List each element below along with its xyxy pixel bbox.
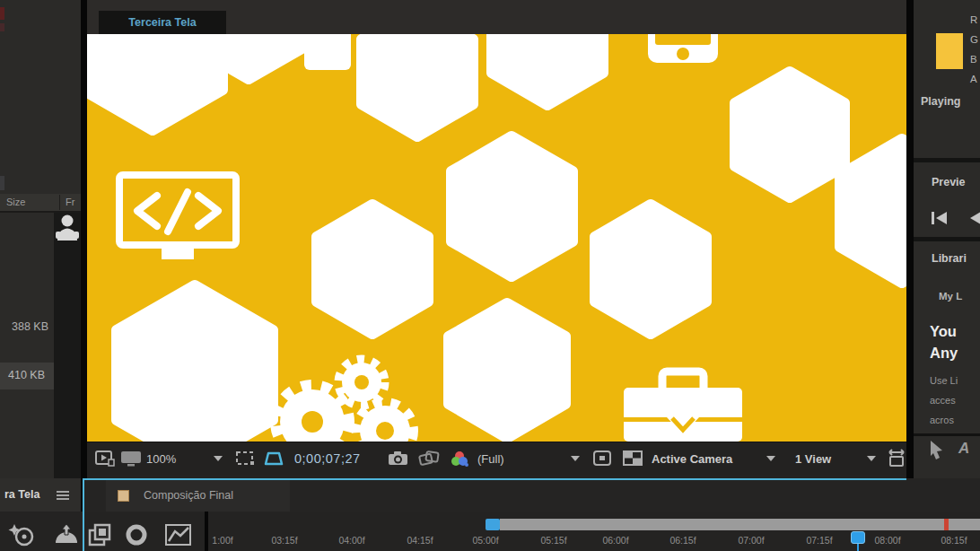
frame-blending-icon[interactable] [7, 523, 36, 547]
always-preview-icon[interactable] [95, 450, 115, 467]
column-divider[interactable] [59, 195, 60, 210]
project-column-header-row: Size Fr [0, 194, 81, 213]
channel-label-b: B [970, 54, 977, 65]
snapshot-camera-icon[interactable] [388, 450, 409, 466]
current-timecode[interactable]: 0;00;07;27 [294, 451, 361, 466]
left-tab-label[interactable]: ra Tela [4, 488, 39, 501]
adobe-stock-letter[interactable]: A [958, 440, 969, 458]
chevron-down-icon[interactable] [766, 456, 775, 461]
transparency-grid-icon[interactable] [623, 450, 643, 466]
panel-divider[interactable] [906, 0, 914, 494]
promo-text-line2: acces [930, 395, 956, 406]
monitor-icon[interactable] [120, 450, 142, 467]
promo-heading-line2: Any [930, 345, 958, 362]
region-of-interest-icon[interactable] [592, 450, 612, 466]
channel-label-a: A [970, 74, 977, 84]
promo-text-line1: Use Li [930, 375, 958, 386]
first-frame-icon[interactable] [930, 210, 949, 226]
tab-terceira-tela-timeline[interactable]: ra Tela [0, 478, 81, 512]
chevron-down-icon[interactable] [571, 456, 580, 461]
right-panel-column: R G B A Playing Previe Librari My L You … [914, 0, 980, 494]
promo-text-line3: acros [930, 415, 954, 427]
project-panel-subcolumn [54, 213, 81, 478]
draft-3d-icon[interactable] [88, 523, 113, 547]
status-playing: Playing [921, 95, 960, 108]
ruler-label: 1:00f [196, 535, 249, 546]
grid-options-icon[interactable] [235, 450, 255, 467]
ruler-label: 03:15f [258, 535, 311, 546]
chevron-down-icon[interactable] [214, 456, 223, 461]
timeline-scrollbar[interactable] [500, 519, 980, 530]
composition-canvas[interactable] [87, 34, 906, 442]
ruler-label: 04:15f [393, 535, 447, 546]
my-libraries-dropdown[interactable]: My L [939, 291, 962, 302]
magnification-value[interactable]: 100% [146, 452, 176, 466]
ruler-label: 04:00f [325, 535, 379, 546]
file-size-value: 410 KB [8, 369, 45, 381]
panel-divider[interactable] [81, 0, 87, 512]
3d-view-popup[interactable]: Active Camera [652, 452, 732, 466]
color-swatch[interactable] [936, 33, 963, 69]
resolution-value[interactable]: (Full) [477, 452, 504, 466]
previous-frame-icon[interactable] [966, 210, 980, 226]
libraries-panel-title: Librari [932, 252, 967, 265]
project-panel: Size Fr 388 KB 410 KB [0, 0, 81, 478]
phone-icon [648, 34, 718, 63]
panel-divider [914, 158, 980, 162]
view-layout[interactable]: 1 View [795, 452, 831, 466]
active-panel-border [83, 478, 84, 551]
channel-label-g: G [970, 34, 978, 45]
timeline-end-marker [944, 519, 949, 530]
timeline-scrollbar-handle[interactable] [486, 519, 500, 530]
ruler-label: 08:00f [861, 535, 914, 546]
left-edge-mark [0, 7, 4, 20]
shy-layers-icon[interactable] [52, 523, 81, 547]
file-size-value: 388 KB [12, 320, 48, 333]
panel-divider [914, 237, 980, 241]
pixel-aspect-icon[interactable] [887, 449, 906, 467]
ruler-label: 08:15f [927, 535, 980, 546]
tab-composicao-final[interactable]: Composição Final [106, 480, 290, 512]
ruler-label: 07:00f [724, 535, 778, 546]
panel-menu-icon[interactable] [56, 490, 70, 501]
ruler-label: 05:00f [459, 535, 512, 546]
preview-panel-title: Previe [932, 176, 966, 188]
ruler-label: 06:00f [589, 535, 643, 546]
left-edge-mark [0, 176, 4, 190]
column-header-size[interactable]: Size [6, 197, 25, 207]
show-snapshot-icon[interactable] [418, 450, 440, 466]
comp-tab-label[interactable]: Composição Final [144, 489, 233, 502]
composition-icon [118, 490, 129, 502]
mask-visibility-icon[interactable] [264, 451, 284, 467]
motion-blur-icon[interactable] [124, 523, 149, 547]
panel-divider [914, 433, 980, 436]
promo-heading-line1: You [930, 323, 957, 340]
left-edge-mark [0, 23, 4, 31]
person-icon [56, 214, 79, 241]
ruler-label: 06:15f [656, 535, 710, 546]
ruler-label: 07:15f [792, 535, 846, 546]
ruler-label: 05:15f [527, 535, 581, 546]
after-effects-window: Size Fr 388 KB 410 KB Terceira Tela [0, 0, 980, 551]
tab-terceira-tela[interactable]: Terceira Tela [99, 11, 226, 34]
chevron-down-icon[interactable] [867, 456, 876, 461]
graph-editor-icon[interactable] [164, 523, 193, 547]
cursor-icon[interactable] [928, 440, 948, 461]
column-header-fr[interactable]: Fr [66, 197, 74, 207]
show-channel-icon[interactable] [449, 450, 470, 468]
playhead-handle[interactable] [851, 531, 865, 544]
channel-label-r: R [970, 14, 977, 25]
playhead-line [857, 544, 859, 551]
